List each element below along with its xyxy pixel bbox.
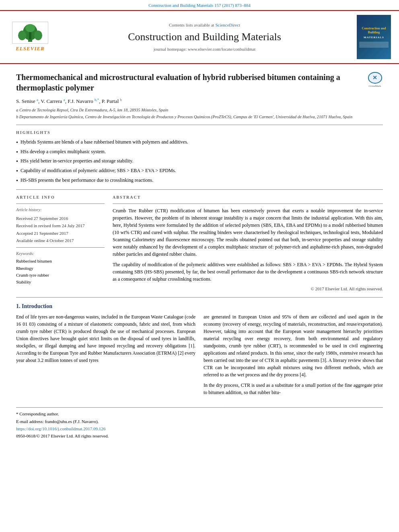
divider-1	[16, 125, 383, 125]
bullet-icon: •	[16, 167, 18, 175]
svg-point-2	[18, 31, 26, 40]
journal-title: Construction and Building Materials	[52, 30, 357, 44]
elsevier-brand-text: ELSEVIER	[16, 45, 45, 52]
intro-para-right-1: are generated in European Union and 95% …	[204, 313, 383, 378]
sciencedirect-link: Contents lists available at ScienceDirec…	[52, 22, 357, 28]
keywords-label: Keywords:	[16, 251, 105, 257]
divider-2	[16, 189, 383, 190]
intro-para-left-1: End of life tyres are non-dangerous wast…	[16, 313, 195, 364]
email-note: E-mail address: frando@uhu.es (F.J. Nava…	[16, 419, 383, 425]
cover-decorative-lines	[359, 41, 389, 48]
sciencedirect-anchor[interactable]: ScienceDirect	[215, 23, 240, 27]
logo-box	[12, 22, 48, 44]
highlight-item: • HS-SBS presents the best performance d…	[16, 177, 383, 185]
accepted-row: Accepted 21 September 2017	[16, 230, 105, 236]
article-title: Thermomechanical and microstructural eva…	[16, 72, 363, 93]
article-title-section: Thermomechanical and microstructural eva…	[16, 64, 383, 97]
cover-subtitle-text: MATERIALS	[364, 36, 384, 40]
abstract-para-2: The capability of modification of the po…	[113, 261, 383, 283]
article-info-col: ARTICLE INFO Article history: Received 2…	[16, 195, 105, 292]
abstract-label: ABSTRACT	[113, 195, 383, 200]
highlight-item: • Capability of modification of polymeri…	[16, 167, 383, 175]
highlight-item: • HSs develop a complex multiphasic syst…	[16, 148, 383, 156]
journal-citation-bar: Construction and Building Materials 157 …	[0, 0, 399, 11]
keyword-3: Crumb tyre rubber	[16, 272, 105, 278]
bullet-icon: •	[16, 158, 18, 166]
introduction-section: 1. Introduction End of life tyres are no…	[16, 302, 383, 400]
revised-row: Received in revised form 24 July 2017	[16, 223, 105, 229]
keyword-1: Rubberised bitumen	[16, 258, 105, 264]
elsevier-logo: ELSEVIER	[8, 22, 52, 52]
bullet-icon: •	[16, 148, 18, 156]
intro-col-right: are generated in European Union and 95% …	[204, 313, 383, 399]
elsevier-tree-icon	[14, 23, 46, 43]
journal-center: Contents lists available at ScienceDirec…	[52, 22, 357, 52]
crossmark-label: CrossMark	[368, 84, 381, 88]
cover-title-text: Construction and Building	[359, 27, 389, 35]
article-history: Article history: Received 27 September 2…	[16, 207, 105, 244]
intro-col-left: End of life tyres are non-dangerous wast…	[16, 313, 195, 399]
available-row: Available online 4 October 2017	[16, 238, 105, 244]
affiliation-a: a Centro de Tecnología Repsol, Ctra De E…	[16, 107, 383, 113]
journal-cover-image: Construction and Building MATERIALS	[357, 15, 391, 59]
issn-note: 0950-0618/© 2017 Elsevier Ltd. All right…	[16, 433, 383, 439]
affiliation-b: b Departamento de Ingeniería Química, Ce…	[16, 114, 383, 120]
doi-link[interactable]: https://doi.org/10.1016/j.conbuildmat.20…	[16, 426, 105, 431]
bullet-icon: •	[16, 177, 18, 185]
intro-para-right-2: In the dry process, CTR is used as a sub…	[204, 382, 383, 396]
highlights-label: HIGHLIGHTS	[16, 130, 383, 136]
highlights-section: HIGHLIGHTS • Hybrids Systems are blends …	[16, 130, 383, 185]
keyword-2: Rheology	[16, 265, 105, 271]
authors-section: S. Senise a, V. Carrera a, F.J. Navarro …	[16, 97, 383, 105]
info-divider	[16, 203, 105, 204]
received-row: Received 27 September 2016	[16, 216, 105, 222]
doi-note: https://doi.org/10.1016/j.conbuildmat.20…	[16, 426, 383, 432]
history-label: Article history:	[16, 207, 105, 213]
divider-3	[16, 297, 383, 298]
svg-point-3	[34, 31, 42, 40]
intro-title: 1. Introduction	[16, 302, 383, 310]
journal-header: ELSEVIER Contents lists available at Sci…	[0, 11, 399, 64]
crossmark-icon: ✕	[368, 72, 382, 83]
intro-body: End of life tyres are non-dangerous wast…	[16, 313, 383, 399]
corresponding-author-note: * Corresponding author.	[16, 411, 383, 417]
copyright-text: © 2017 Elsevier Ltd. All rights reserved…	[113, 286, 383, 292]
crossmark-badge[interactable]: ✕ CrossMark	[367, 72, 383, 88]
main-content: Thermomechanical and microstructural eva…	[0, 64, 399, 439]
journal-homepage: journal homepage: www.elsevier.com/locat…	[52, 46, 357, 52]
bullet-icon: •	[16, 139, 18, 147]
article-info-label: ARTICLE INFO	[16, 195, 105, 200]
svg-point-5	[25, 24, 35, 32]
journal-citation-text: Construction and Building Materials 157 …	[148, 3, 251, 8]
keywords-divider	[16, 247, 105, 248]
authors-text: S. Senise a, V. Carrera a, F.J. Navarro …	[16, 98, 122, 104]
abstract-col: ABSTRACT Crumb Tire Rubber (CTR) modific…	[113, 195, 383, 292]
highlight-item: • HSs yield better in-service properties…	[16, 158, 383, 166]
footnotes-section: * Corresponding author. E-mail address: …	[16, 407, 383, 440]
abstract-para-1: Crumb Tire Rubber (CTR) modification of …	[113, 207, 383, 258]
info-abstract-section: ARTICLE INFO Article history: Received 2…	[16, 195, 383, 292]
highlight-item: • Hybrids Systems are blends of a base r…	[16, 139, 383, 147]
abstract-divider	[113, 203, 383, 204]
keyword-4: Stability	[16, 279, 105, 285]
